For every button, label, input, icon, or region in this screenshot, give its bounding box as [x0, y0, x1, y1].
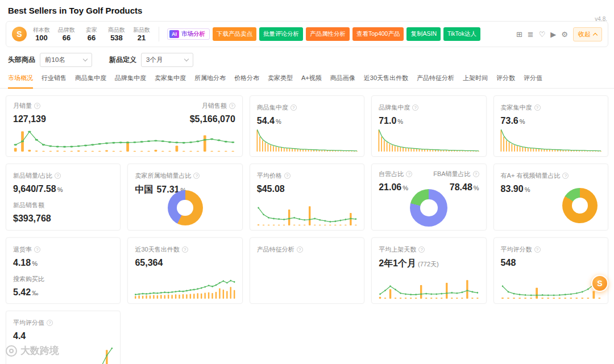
info-icon[interactable] — [291, 104, 297, 111]
stat-sample-count: 样本数 100 — [32, 26, 51, 43]
tab-seller-type[interactable]: 卖家类型 — [268, 74, 293, 88]
list-icon[interactable]: ≣ — [528, 31, 534, 38]
average-rating-value: 4.4 — [13, 331, 113, 341]
header-stats: 样本数 100 品牌数 66 卖家 66 商品数 538 新品数 21 — [32, 26, 151, 43]
stat-brand-count: 品牌数 66 — [57, 26, 76, 43]
chevron-up-icon — [593, 32, 598, 37]
self-operated-value: 21.06% — [379, 182, 408, 193]
average-listing-days-value: 2年1个月(772天) — [379, 258, 479, 270]
monthly-volume-value: 127,139 — [13, 114, 46, 124]
card-average-listing-days: 平均上架天数 2年1个月(772天) — [371, 237, 486, 304]
info-icon[interactable] — [473, 171, 479, 177]
product-concentration-chart — [256, 127, 358, 153]
info-icon[interactable] — [34, 246, 40, 253]
header-bar: S 样本数 100 品牌数 66 卖家 66 商品数 538 新品数 21 AI… — [6, 21, 608, 47]
filter-top-products: 头部商品 前10名 — [8, 53, 92, 67]
fba-volume-value: 78.48% — [450, 182, 479, 193]
gear-icon[interactable]: ⚙ — [561, 31, 568, 38]
heart-icon[interactable]: ♡ — [539, 31, 546, 38]
info-icon[interactable] — [406, 171, 412, 177]
tab-product-profile[interactable]: 商品画像 — [330, 74, 355, 88]
rating-value-chart — [12, 344, 114, 364]
info-icon[interactable] — [412, 104, 418, 111]
tab-rating-count[interactable]: 评分数 — [496, 74, 515, 88]
tab-brand-concentration[interactable]: 品牌集中度 — [115, 74, 146, 88]
copy-asin-button[interactable]: 复制ASIN — [406, 27, 441, 41]
stat-product-count: 商品数 538 — [107, 26, 126, 43]
grid-icon[interactable]: ⊞ — [516, 31, 522, 38]
brand-concentration-value: 71.0% — [379, 116, 479, 126]
listing-days-chart — [377, 274, 480, 300]
monthly-volume-label: 月销量 — [13, 102, 40, 110]
header-actions: AI 市场分析 下载产品卖点 批量评论分析 产品属性分析 查看Top400产品 … — [167, 27, 480, 41]
info-icon[interactable] — [47, 320, 53, 326]
monthly-sales-chart — [12, 127, 237, 153]
info-icon[interactable] — [284, 173, 291, 179]
tab-30d-units-sold[interactable]: 近30天售出件数 — [364, 74, 408, 88]
card-monthly-sales: 月销量 月销售额 127,139 $5,166,070 — [6, 95, 243, 157]
tab-listing-time[interactable]: 上架时间 — [463, 74, 488, 88]
header-icon-group: ⊞ ≣ ♡ ▶ ⚙ 收起 — [516, 27, 602, 41]
new-product-period-select[interactable]: 3个月 — [141, 53, 193, 67]
info-icon[interactable] — [55, 173, 61, 179]
app-logo-icon: S — [12, 27, 27, 41]
product-concentration-value: 54.4% — [257, 116, 357, 126]
stat-seller-count: 卖家 66 — [82, 26, 101, 43]
search-purchase-ratio-value: 5.42‰ — [13, 287, 113, 298]
card-seller-location: 卖家所属地销量占比 中国57.31% — [127, 164, 242, 231]
tab-location-distribution[interactable]: 所属地分布 — [194, 74, 226, 88]
card-return-rate: 退货率 4.18% 搜索购买比 5.42‰ — [6, 237, 121, 304]
info-icon[interactable] — [534, 246, 541, 253]
average-price-chart — [256, 200, 358, 227]
info-icon[interactable] — [562, 173, 569, 179]
info-icon[interactable] — [193, 173, 200, 179]
version-label: v4.8. — [595, 16, 607, 22]
rating-count-chart — [500, 274, 602, 300]
info-icon[interactable] — [229, 103, 235, 109]
tab-market-overview[interactable]: 市场概况 — [8, 74, 33, 89]
floating-brand-button[interactable]: S — [591, 275, 608, 292]
product-attribute-analysis-button[interactable]: 产品属性分析 — [306, 27, 350, 41]
units-sold-30d-value: 65,364 — [135, 258, 235, 268]
return-rate-value: 4.18% — [13, 258, 113, 268]
card-new-product: 新品销量/占比 9,640/7.58% 新品销售额 $393,768 — [6, 164, 121, 231]
card-average-rating-count: 平均评分数 548 — [493, 237, 608, 304]
tab-rating-value[interactable]: 评分值 — [524, 74, 542, 88]
download-selling-points-button[interactable]: 下载产品卖点 — [213, 27, 256, 41]
filter-bar: 头部商品 前10名 新品定义 3个月 — [8, 53, 606, 67]
batch-review-analysis-button[interactable]: 批量评论分析 — [259, 27, 303, 41]
fba-donut — [410, 189, 447, 227]
tab-price-distribution[interactable]: 价格分布 — [234, 74, 259, 88]
info-icon[interactable] — [182, 246, 188, 253]
top-products-select[interactable]: 前10名 — [40, 53, 92, 67]
ai-badge: AI — [169, 30, 179, 38]
card-30d-units-sold: 近30天售出件数 65,364 — [127, 237, 242, 304]
tiktok-influencer-button[interactable]: TikTok达人 — [443, 27, 480, 41]
info-icon[interactable] — [418, 246, 425, 253]
tab-aplus-video[interactable]: A+视频 — [301, 74, 322, 88]
tab-industry-sales[interactable]: 行业销售 — [42, 74, 67, 88]
info-icon[interactable] — [534, 104, 541, 111]
new-product-volume-value: 9,640/7.58% — [13, 184, 113, 194]
tab-product-concentration[interactable]: 商品集中度 — [75, 74, 106, 88]
units-sold-30d-chart — [134, 274, 236, 300]
view-top400-button[interactable]: 查看Top400产品 — [352, 27, 404, 41]
ai-market-analysis-button[interactable]: AI 市场分析 — [167, 28, 210, 40]
info-icon[interactable] — [297, 246, 303, 253]
card-average-price: 平均价格 $45.08 — [250, 164, 364, 231]
brand-concentration-chart — [377, 127, 480, 153]
card-seller-concentration: 卖家集中度 73.6% — [493, 95, 608, 157]
aplus-video-donut — [562, 188, 598, 223]
monthly-revenue-value: $5,166,070 — [190, 114, 235, 124]
page-title: Best Sellers in Toy Golf Products — [0, 0, 614, 18]
tab-bar: 市场概况 行业销售 商品集中度 品牌集中度 卖家集中度 所属地分布 价格分布 卖… — [0, 74, 614, 89]
tab-feature-analysis[interactable]: 产品特征分析 — [417, 74, 454, 88]
collapse-button[interactable]: 收起 — [573, 27, 602, 41]
monthly-revenue-label: 月销售额 — [202, 102, 235, 110]
seller-location-donut — [168, 190, 203, 225]
divider — [159, 27, 159, 41]
seller-concentration-chart — [500, 127, 602, 153]
info-icon[interactable] — [34, 103, 40, 109]
video-icon[interactable]: ▶ — [550, 31, 556, 38]
tab-seller-concentration[interactable]: 卖家集中度 — [155, 74, 186, 88]
